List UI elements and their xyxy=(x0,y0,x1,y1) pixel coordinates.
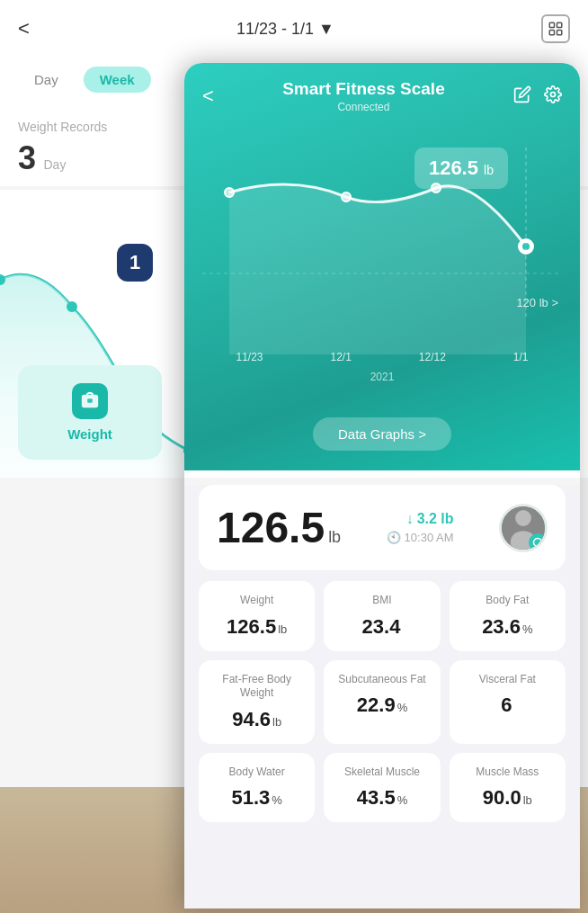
fg-metric-unit-8: lb xyxy=(523,793,532,807)
svg-point-5 xyxy=(67,301,77,312)
fg-x-label-1: 12/1 xyxy=(330,351,351,363)
fg-metric-unit-7: % xyxy=(397,793,408,807)
fg-metric-value-2: 23.6% xyxy=(460,615,555,639)
bg-header-title: 11/23 - 1/1 ▼ xyxy=(236,20,334,39)
fg-chart-goal: 120 lb > xyxy=(516,296,558,309)
fg-avatar[interactable] xyxy=(499,504,548,552)
fg-metric-card-6: Body Water 51.3% xyxy=(199,753,315,823)
fg-data-graphs-button[interactable]: Data Graphs > xyxy=(313,417,451,451)
fg-time-value: 10:30 AM xyxy=(405,531,454,544)
svg-point-11 xyxy=(551,92,556,96)
bg-header: < 11/23 - 1/1 ▼ xyxy=(0,0,588,58)
fg-metric-value-4: 22.9% xyxy=(334,694,429,717)
svg-rect-10 xyxy=(87,398,93,403)
fg-metric-value-7: 43.5% xyxy=(334,786,429,810)
fg-metric-value-5: 6 xyxy=(460,694,555,717)
bg-share-icon[interactable] xyxy=(541,14,570,43)
fg-change-value: 3.2 lb xyxy=(417,511,454,527)
fg-metric-label-8: Muscle Mass xyxy=(460,765,555,780)
fg-metric-label-3: Fat-Free Body Weight xyxy=(209,673,304,701)
fg-metric-value-8: 90.0lb xyxy=(460,786,555,810)
fg-metric-label-0: Weight xyxy=(209,594,304,608)
bg-records-count: 3 xyxy=(18,139,36,176)
fg-metric-card-1: BMI 23.4 xyxy=(324,581,440,651)
bg-back-button[interactable]: < xyxy=(18,17,30,40)
fg-metric-value-3: 94.6lb xyxy=(209,708,304,731)
fg-avatar-sync-icon xyxy=(529,533,547,551)
svg-rect-0 xyxy=(549,22,554,27)
fg-metric-unit-2: % xyxy=(522,622,533,636)
fg-main-weight: 126.5 lb xyxy=(217,503,341,552)
fg-chart: 126.5 lb 120 lb > 11/23 12/1 12/12 1/1 2… xyxy=(184,121,580,408)
fg-main-measurement-card: 126.5 lb ↓ 3.2 lb 🕙 10:30 AM xyxy=(199,485,566,570)
bg-records-period: Day xyxy=(43,157,66,172)
fg-measurement-time: 🕙 10:30 AM xyxy=(387,531,454,544)
svg-rect-1 xyxy=(557,22,561,27)
fg-top-bar: < Smart Fitness Scale Connected xyxy=(184,63,580,121)
fg-back-button[interactable]: < xyxy=(202,85,214,108)
fg-metric-card-0: Weight 126.5lb xyxy=(199,581,315,651)
bg-weight-card[interactable]: Weight xyxy=(18,365,162,460)
fg-data-graphs-section: Data Graphs > xyxy=(184,408,580,470)
fg-metric-card-7: Skeletal Muscle 43.5% xyxy=(324,753,440,823)
fg-weight-change: ↓ 3.2 lb xyxy=(406,511,454,527)
fg-content: 126.5 lb ↓ 3.2 lb 🕙 10:30 AM xyxy=(184,485,580,909)
fg-settings-icon[interactable] xyxy=(544,85,562,108)
fg-metric-label-7: Skeletal Muscle xyxy=(334,765,429,780)
fg-chart-tooltip: 126.5 lb xyxy=(414,148,508,189)
fg-metrics-grid: Weight 126.5lb BMI 23.4 Body Fat 23.6% F… xyxy=(184,581,580,833)
fg-metric-value-6: 51.3% xyxy=(209,786,304,810)
fg-x-labels: 11/23 12/1 12/12 1/1 xyxy=(184,351,580,363)
fg-metric-value-1: 23.4 xyxy=(334,615,429,639)
bg-chart-current-label: 1 xyxy=(117,244,153,282)
fg-metric-label-2: Body Fat xyxy=(460,594,555,608)
fg-metric-label-6: Body Water xyxy=(209,765,304,780)
fg-subtitle: Connected xyxy=(214,101,513,113)
bg-tab-week[interactable]: Week xyxy=(84,67,151,93)
bg-tab-day[interactable]: Day xyxy=(18,67,75,93)
fg-time-icon: 🕙 xyxy=(387,531,401,544)
bg-weight-card-label: Weight xyxy=(67,426,112,442)
fg-x-label-2: 12/12 xyxy=(419,351,446,363)
fg-x-label-3: 1/1 xyxy=(513,351,529,363)
svg-point-13 xyxy=(225,188,234,197)
svg-point-14 xyxy=(342,192,351,201)
fg-chart-svg xyxy=(202,121,562,354)
fg-header-icons xyxy=(513,85,562,108)
fg-main-right: ↓ 3.2 lb 🕙 10:30 AM xyxy=(387,511,454,544)
fg-modal-card: < Smart Fitness Scale Connected xyxy=(184,63,580,909)
fg-metric-label-1: BMI xyxy=(334,594,429,608)
fg-metric-card-8: Muscle Mass 90.0lb xyxy=(450,753,566,823)
fg-metric-unit-6: % xyxy=(272,793,282,807)
svg-rect-3 xyxy=(557,31,561,35)
bg-weight-icon xyxy=(72,383,108,419)
fg-metric-label-5: Visceral Fat xyxy=(460,673,555,687)
fg-title: Smart Fitness Scale xyxy=(214,79,513,99)
fg-metric-card-3: Fat-Free Body Weight 94.6lb xyxy=(199,660,315,744)
fg-metric-card-4: Subcutaneous Fat 22.9% xyxy=(324,660,440,744)
fg-metric-card-2: Body Fat 23.6% xyxy=(450,581,566,651)
fg-metric-unit-4: % xyxy=(397,701,408,714)
fg-metric-card-5: Visceral Fat 6 xyxy=(450,660,566,744)
fg-metric-value-0: 126.5lb xyxy=(209,615,304,639)
fg-edit-icon[interactable] xyxy=(513,85,531,108)
fg-metric-label-4: Subcutaneous Fat xyxy=(334,673,429,687)
svg-rect-2 xyxy=(549,31,554,35)
fg-metric-unit-3: lb xyxy=(272,715,281,729)
fg-header: < Smart Fitness Scale Connected xyxy=(184,63,580,470)
fg-title-block: Smart Fitness Scale Connected xyxy=(214,79,513,113)
fg-main-weight-value: 126.5 xyxy=(217,503,325,552)
fg-metric-unit-0: lb xyxy=(278,622,287,636)
svg-point-20 xyxy=(515,510,531,526)
fg-year-label: 2021 xyxy=(184,371,580,383)
fg-change-arrow: ↓ xyxy=(406,511,414,527)
fg-main-weight-unit: lb xyxy=(328,528,341,547)
fg-x-label-0: 11/23 xyxy=(236,351,263,363)
